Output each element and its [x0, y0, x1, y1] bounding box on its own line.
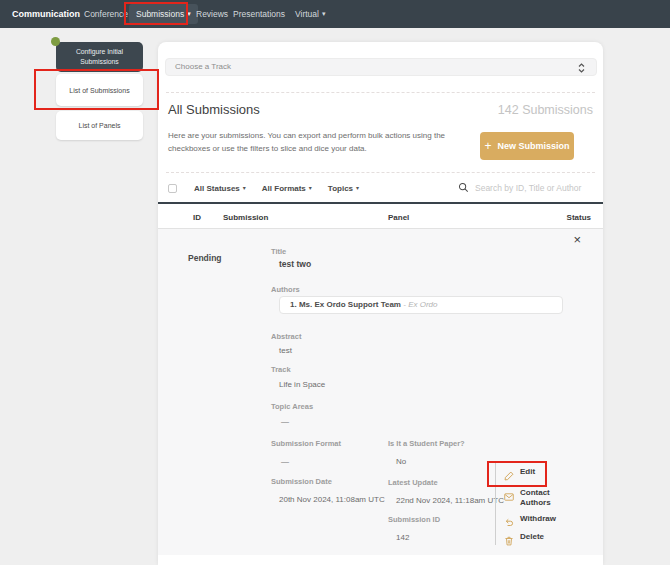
submission-date-label: Submission Date: [271, 477, 332, 486]
submission-id-label: Submission ID: [388, 515, 440, 524]
app-brand: Communication: [12, 0, 80, 28]
chevron-down-icon: ▾: [309, 185, 312, 191]
track-select[interactable]: Choose a Track: [165, 58, 597, 76]
pencil-icon: [504, 467, 514, 485]
undo-icon: [504, 514, 514, 532]
chevron-down-icon: ▾: [243, 185, 246, 191]
submissions-card: Choose a Track All Submissions 142 Submi…: [158, 42, 603, 565]
page-description: Here are your submissions. You can expor…: [168, 130, 476, 156]
sidebar-item-list-of-panels[interactable]: List of Panels: [56, 111, 143, 140]
delete-action[interactable]: Delete: [504, 532, 566, 550]
title-value: test two: [279, 259, 311, 269]
contact-authors-action[interactable]: Contact Authors: [504, 488, 566, 508]
submission-format-value: —: [281, 457, 289, 466]
column-header-panel: Panel: [388, 213, 409, 222]
nav-item-virtual[interactable]: Virtual▾: [295, 0, 325, 28]
new-submission-label: New Submission: [498, 141, 570, 151]
notification-dot: [51, 37, 60, 46]
chevron-down-icon: ▾: [322, 10, 326, 17]
sidebar-item-list-of-submissions[interactable]: List of Submissions: [56, 74, 143, 106]
title-label: Title: [271, 247, 286, 256]
nav-item-presentations[interactable]: Presentations: [233, 0, 285, 28]
submissions-count: 142 Submissions: [498, 103, 593, 117]
plus-icon: +: [484, 139, 491, 153]
chevron-down-icon: ▾: [187, 10, 191, 17]
actions-divider: [495, 461, 496, 545]
select-all-checkbox[interactable]: [168, 184, 177, 193]
withdraw-action[interactable]: Withdraw: [504, 514, 566, 532]
track-value: Life in Space: [279, 380, 325, 389]
filter-topics[interactable]: Topics▾: [328, 184, 359, 193]
student-paper-label: Is It a Student Paper?: [388, 439, 465, 448]
table-header: ID Submission Panel Status: [158, 202, 603, 228]
sidebar-item-configure-initial-submissions[interactable]: Configure Initial Submissions: [56, 42, 143, 72]
sidebar-item-label: Configure Initial Submissions: [62, 47, 137, 66]
submission-id-value: 142: [396, 533, 409, 542]
trash-icon: [504, 532, 514, 550]
latest-update-label: Latest Update: [388, 478, 438, 487]
authors-label: Authors: [271, 285, 300, 294]
page-title: All Submissions: [168, 102, 260, 117]
abstract-label: Abstract: [271, 332, 301, 341]
top-navbar: Communication Conference Submissions▾ Re…: [0, 0, 670, 28]
submission-detail-row: Pending × Title test two Authors 1. Ms. …: [158, 228, 603, 555]
edit-action[interactable]: Edit: [504, 467, 566, 485]
chevron-down-icon: ▾: [356, 185, 359, 191]
column-header-id: ID: [193, 213, 201, 222]
divider: [166, 92, 595, 93]
column-header-submission: Submission: [223, 213, 268, 222]
track-label: Track: [271, 365, 291, 374]
author-affiliation: - Ex Ordo: [403, 300, 437, 309]
new-submission-button[interactable]: + New Submission: [480, 132, 574, 160]
submission-format-label: Submission Format: [271, 439, 341, 448]
divider: [166, 172, 595, 173]
topic-areas-value: —: [281, 417, 289, 426]
search-input[interactable]: [475, 183, 593, 193]
student-paper-value: No: [396, 457, 406, 466]
filter-all-formats[interactable]: All Formats▾: [262, 184, 312, 193]
sidebar-item-label: List of Submissions: [69, 87, 129, 94]
column-header-status: Status: [567, 213, 591, 222]
author-name: 1. Ms. Ex Ordo Support Team: [290, 300, 401, 309]
status-badge: Pending: [188, 253, 222, 263]
track-select-value: Choose a Track: [175, 62, 231, 71]
author-chip: 1. Ms. Ex Ordo Support Team - Ex Ordo: [279, 296, 563, 314]
nav-item-conference[interactable]: Conference: [84, 0, 128, 28]
envelope-icon: [504, 488, 514, 506]
latest-update-value: 22nd Nov 2024, 11:18am UTC: [396, 496, 504, 505]
topic-areas-label: Topic Areas: [271, 402, 313, 411]
nav-item-submissions[interactable]: Submissions▾: [129, 4, 198, 24]
filter-all-statuses[interactable]: All Statuses▾: [194, 184, 246, 193]
submission-date-value: 20th Nov 2024, 11:08am UTC: [279, 495, 385, 504]
close-icon[interactable]: ×: [573, 233, 581, 246]
select-sort-icon: [576, 62, 587, 80]
search-icon: [458, 179, 469, 197]
sidebar-item-label: List of Panels: [78, 122, 120, 129]
nav-item-reviews[interactable]: Reviews: [196, 0, 228, 28]
abstract-value: test: [279, 346, 292, 355]
